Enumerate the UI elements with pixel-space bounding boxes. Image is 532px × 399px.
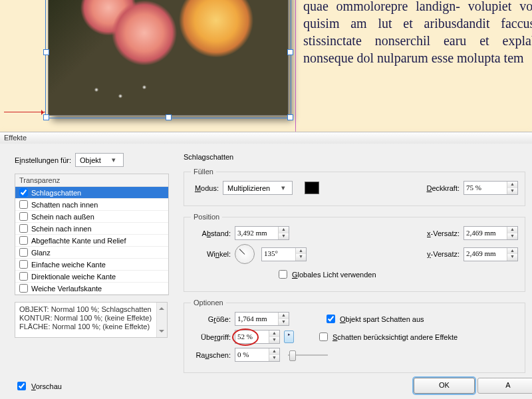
effect-item[interactable]: Schein nach innen	[15, 223, 168, 235]
spread-spinner[interactable]: ▲▼	[235, 330, 280, 344]
opacity-label: Deckkraft:	[426, 184, 460, 192]
chevron-down-icon: ▾	[105, 156, 123, 164]
effect-item[interactable]: Schlagschatten	[15, 187, 168, 199]
effect-checkbox[interactable]	[19, 284, 28, 293]
effect-label: Schatten nach innen	[31, 201, 98, 209]
fill-group: Füllen Modus: Multiplizieren▾ Deckkraft:…	[184, 168, 525, 206]
xoffset-label: x-Versatz:	[427, 229, 460, 237]
effect-checkbox[interactable]	[19, 188, 28, 197]
summary-line: KONTUR: Normal 100 %; (keine Effekte)	[19, 314, 163, 323]
effect-item[interactable]: Abgeflachte Kante und Relief	[15, 235, 168, 247]
noise-spinner[interactable]: ▲▼	[235, 348, 280, 362]
noise-slider[interactable]	[288, 352, 328, 358]
effect-checkbox[interactable]	[19, 236, 28, 245]
effect-item[interactable]: Weiche Verlaufskante	[15, 283, 168, 295]
effect-item[interactable]: Direktionale weiche Kante	[15, 271, 168, 283]
effect-label: Schein nach außen	[31, 213, 94, 221]
size-spinner[interactable]: ▲▼	[235, 312, 289, 326]
placed-image[interactable]	[48, 0, 289, 116]
dialog-title: Effekte	[0, 132, 532, 144]
effect-item[interactable]: Schatten nach innen	[15, 199, 168, 211]
size-label: Größe:	[191, 315, 231, 323]
opacity-spinner[interactable]: ▲▼	[464, 181, 518, 195]
mode-dropdown[interactable]: Multiplizieren▾	[223, 181, 293, 195]
guide-line	[295, 0, 296, 133]
chevron-down-icon: ▾	[274, 184, 292, 192]
effect-item[interactable]: Einfache weiche Kante	[15, 259, 168, 271]
effect-settings-panel: Schlagschatten Füllen Modus: Multiplizie…	[184, 153, 532, 380]
preview-checkbox[interactable]: Vorschau	[15, 380, 62, 392]
effect-label: Schlagschatten	[31, 189, 81, 197]
effect-checkbox[interactable]	[19, 260, 28, 269]
spread-slider-toggle[interactable]: ▸	[284, 331, 294, 343]
annotation-arrow	[4, 112, 45, 112]
position-group: Position Abstand: ▲▼ x-Versatz: ▲▼ Winke…	[184, 213, 525, 292]
effects-list-header[interactable]: Transparenz	[15, 174, 168, 187]
distance-label: Abstand:	[191, 229, 231, 237]
options-legend: Optionen	[191, 299, 226, 307]
effect-label: Schein nach innen	[31, 225, 92, 233]
distance-spinner[interactable]: ▲▼	[235, 226, 289, 240]
xoffset-spinner[interactable]: ▲▼	[464, 226, 518, 240]
settings-for-label: Einstellungen für:	[15, 156, 71, 164]
effects-summary: OBJEKT: Normal 100 %; Schlagschatten KON…	[15, 302, 168, 338]
mode-label: Modus:	[191, 184, 219, 192]
honors-effects-checkbox[interactable]: Schatten berücksichtigt andere Effekte	[317, 331, 458, 343]
effect-item[interactable]: Schein nach außen	[15, 211, 168, 223]
body-text: quae ommolorepre landign- volupiet volec…	[303, 0, 532, 66]
position-legend: Position	[191, 213, 222, 221]
effect-label: Abgeflachte Kante und Relief	[31, 237, 126, 245]
noise-label: Rauschen:	[191, 351, 231, 359]
effect-label: Weiche Verlaufskante	[31, 285, 102, 293]
angle-spinner[interactable]: ▲▼	[261, 247, 307, 261]
scrollbar[interactable]	[156, 303, 167, 337]
settings-for-dropdown[interactable]: Objekt▾	[75, 153, 124, 167]
effect-checkbox[interactable]	[19, 200, 28, 209]
document-canvas: quae ommolorepre landign- volupiet volec…	[0, 0, 532, 133]
effect-checkbox[interactable]	[19, 272, 28, 281]
yoffset-spinner[interactable]: ▲▼	[464, 247, 518, 261]
global-light-checkbox[interactable]: Globales Licht verwenden	[276, 268, 376, 281]
summary-line: FLÄCHE: Normal 100 %; (keine Effekte)	[19, 323, 163, 331]
options-group: Optionen Größe: ▲▼ Objekt spart Schatten…	[184, 299, 525, 373]
panel-title: Schlagschatten	[184, 153, 532, 161]
effect-checkbox[interactable]	[19, 224, 28, 233]
summary-line: OBJEKT: Normal 100 %; Schlagschatten	[19, 305, 163, 314]
color-swatch[interactable]	[305, 182, 319, 194]
effect-label: Einfache weiche Kante	[31, 261, 106, 269]
effects-list: Transparenz SchlagschattenSchatten nach …	[15, 174, 169, 295]
fill-legend: Füllen	[191, 168, 216, 176]
ok-button[interactable]: OK	[414, 378, 475, 394]
angle-dial[interactable]	[235, 244, 255, 264]
effect-label: Direktionale weiche Kante	[31, 273, 116, 281]
effect-label: Glanz	[31, 249, 51, 257]
effect-checkbox[interactable]	[19, 248, 28, 257]
effects-dialog: Einstellungen für: Objekt▾ Transparenz S…	[0, 144, 532, 399]
effect-checkbox[interactable]	[19, 212, 28, 221]
effect-item[interactable]: Glanz	[15, 247, 168, 259]
yoffset-label: y-Versatz:	[427, 250, 460, 258]
angle-label: Winkel:	[191, 250, 231, 258]
knockout-checkbox[interactable]: Objekt spart Schatten aus	[324, 313, 424, 325]
cancel-button[interactable]: A	[477, 378, 532, 394]
spread-label: Übergriff:	[191, 333, 231, 341]
